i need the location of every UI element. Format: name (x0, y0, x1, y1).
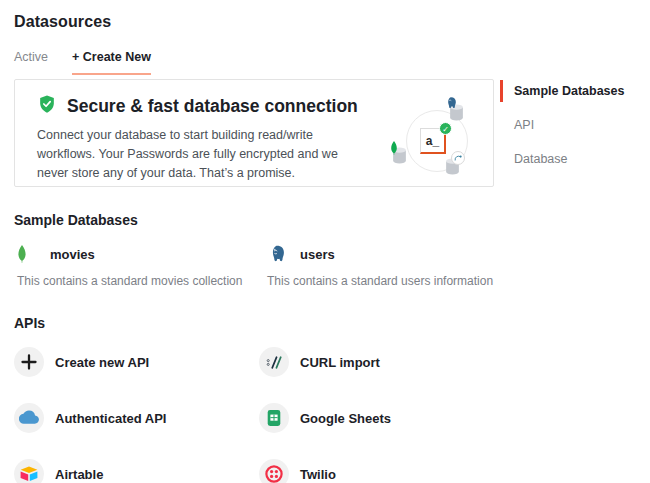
datasource-illustration: a_ ✓ (390, 90, 490, 185)
curl-import-item[interactable]: CURL import (259, 347, 494, 377)
airtable-icon (14, 459, 44, 483)
postgresql-icon (444, 96, 458, 114)
google-sheets-icon (259, 403, 289, 433)
twilio-icon (259, 459, 289, 483)
twilio-item[interactable]: Twilio (259, 459, 494, 483)
authenticated-api-item[interactable]: Authenticated API (14, 403, 259, 433)
page-title: Datasources (14, 13, 111, 31)
tab-bar: Active + Create New (14, 50, 151, 75)
google-sheets-item[interactable]: Google Sheets (259, 403, 494, 433)
tab-active[interactable]: Active (14, 50, 48, 75)
airtable-item[interactable]: Airtable (14, 459, 259, 483)
nav-item-database[interactable]: Database (500, 147, 650, 171)
sample-db-label: movies (50, 247, 95, 262)
apis-section: APIs Create new API CURL import (14, 308, 494, 483)
shield-check-icon (37, 94, 57, 118)
section-heading: Sample Databases (14, 205, 494, 228)
sample-databases-grid: movies This contains a standard movies c… (14, 243, 494, 288)
api-link-icon (451, 151, 465, 165)
secure-connection-banner: Secure & fast database connection Connec… (14, 79, 494, 187)
create-new-api-item[interactable]: Create new API (14, 347, 259, 377)
sample-db-movies[interactable]: movies This contains a standard movies c… (14, 243, 264, 288)
plus-icon (14, 347, 44, 377)
mongodb-leaf-icon (390, 141, 398, 159)
nav-item-sample-databases[interactable]: Sample Databases (500, 79, 650, 103)
section-heading: APIs (14, 308, 494, 331)
tab-create-new[interactable]: + Create New (72, 50, 151, 75)
mongodb-leaf-icon (14, 245, 50, 263)
sample-db-label: users (300, 247, 335, 262)
postgresql-icon (264, 244, 300, 264)
banner-heading-row: Secure & fast database connection (37, 94, 358, 118)
check-badge-icon: ✓ (439, 122, 452, 135)
banner-body-text: Connect your database to start building … (37, 126, 349, 183)
datasource-nav: Sample Databases API Database (500, 79, 650, 181)
sample-databases-section: Sample Databases movies This contains a … (14, 205, 494, 288)
nav-item-api[interactable]: API (500, 113, 650, 137)
datasources-page: Datasources Active + Create New Secure &… (0, 0, 650, 483)
sample-db-description: This contains a standard movies collecti… (14, 274, 264, 288)
banner-title: Secure & fast database connection (67, 96, 358, 117)
cloud-icon (14, 403, 44, 433)
sample-db-description: This contains a standard users informati… (264, 274, 494, 288)
sample-db-users[interactable]: users This contains a standard users inf… (264, 243, 494, 288)
curl-icon (259, 347, 289, 377)
apis-grid: Create new API CURL import Authen (14, 347, 494, 483)
